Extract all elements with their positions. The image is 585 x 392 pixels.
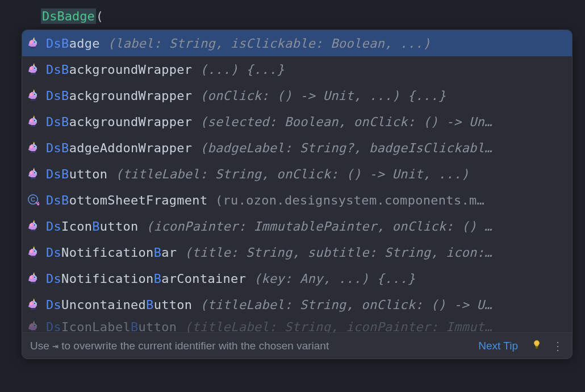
completion-label: DsBadgeAddonWrapper (badgeLabel: String?… bbox=[46, 141, 566, 155]
next-tip-link[interactable]: Next Tip bbox=[478, 340, 518, 352]
unicorn-icon bbox=[27, 298, 40, 311]
unicorn-icon bbox=[27, 115, 40, 128]
completion-item[interactable]: DsNotificationBar (title: String, subtit… bbox=[22, 239, 572, 265]
completion-item[interactable]: DsBadgeAddonWrapper (badgeLabel: String?… bbox=[22, 135, 572, 161]
completion-item[interactable]: DsBottomSheetFragment (ru.ozon.designsys… bbox=[22, 187, 572, 213]
completion-item[interactable]: DsBackgroundWrapper (selected: Boolean, … bbox=[22, 109, 572, 135]
completion-label: DsBadge (label: String, isClickable: Boo… bbox=[46, 36, 566, 51]
completion-label: DsIconLabelButton (titleLabel: String, i… bbox=[46, 320, 566, 333]
unicorn-icon bbox=[27, 89, 40, 102]
typed-identifier: DsBadge bbox=[41, 9, 96, 24]
code-completion-popup: DsBadge (label: String, isClickable: Boo… bbox=[22, 30, 573, 359]
completion-item[interactable]: DsUncontainedButton (titleLabel: String,… bbox=[22, 291, 572, 318]
unicorn-icon bbox=[27, 167, 40, 181]
tab-key-glyph: ⇥ bbox=[52, 340, 58, 352]
completion-item[interactable]: DsBadge (label: String, isClickable: Boo… bbox=[22, 30, 572, 56]
unicorn-icon bbox=[27, 245, 40, 259]
lightbulb-icon[interactable] bbox=[532, 339, 542, 352]
unicorn-icon bbox=[27, 320, 40, 332]
popup-footer: Use ⇥ to overwrite the current identifie… bbox=[22, 332, 572, 358]
completion-item[interactable]: DsButton (titleLabel: String, onClick: (… bbox=[22, 161, 572, 187]
completion-label: DsBackgroundWrapper (...) {...} bbox=[46, 62, 566, 77]
completion-item[interactable]: DsIconButton (iconPainter: ImmutablePain… bbox=[22, 213, 572, 239]
editor-line[interactable]: DsBadge( bbox=[0, 0, 585, 29]
completion-label: DsIconButton (iconPainter: ImmutablePain… bbox=[46, 219, 566, 233]
completion-label: DsButton (titleLabel: String, onClick: (… bbox=[46, 167, 566, 181]
unicorn-icon bbox=[27, 141, 40, 155]
class-icon bbox=[27, 193, 40, 207]
kebab-menu-icon[interactable]: ⋮ bbox=[551, 340, 564, 352]
typed-paren: ( bbox=[96, 9, 103, 23]
completion-list[interactable]: DsBadge (label: String, isClickable: Boo… bbox=[22, 30, 572, 332]
unicorn-icon bbox=[27, 62, 40, 76]
completion-item[interactable]: DsBackgroundWrapper (...) {...} bbox=[22, 56, 572, 82]
completion-item[interactable]: DsIconLabelButton (titleLabel: String, i… bbox=[22, 318, 572, 332]
completion-label: DsBackgroundWrapper (selected: Boolean, … bbox=[46, 115, 566, 129]
unicorn-icon bbox=[27, 272, 40, 285]
footer-icons: ⋮ bbox=[532, 339, 564, 352]
completion-label: DsBottomSheetFragment (ru.ozon.designsys… bbox=[46, 193, 566, 207]
unicorn-icon bbox=[27, 36, 40, 50]
completion-label: DsNotificationBarContainer (key: Any, ..… bbox=[46, 272, 566, 286]
footer-tip-text: Use ⇥ to overwrite the current identifie… bbox=[30, 340, 470, 352]
completion-label: DsBackgroundWrapper (onClick: () -> Unit… bbox=[46, 89, 566, 103]
completion-item[interactable]: DsBackgroundWrapper (onClick: () -> Unit… bbox=[22, 82, 572, 109]
completion-item[interactable]: DsNotificationBarContainer (key: Any, ..… bbox=[22, 265, 572, 291]
completion-label: DsNotificationBar (title: String, subtit… bbox=[46, 245, 566, 260]
unicorn-icon bbox=[27, 219, 40, 233]
completion-label: DsUncontainedButton (titleLabel: String,… bbox=[46, 298, 566, 312]
